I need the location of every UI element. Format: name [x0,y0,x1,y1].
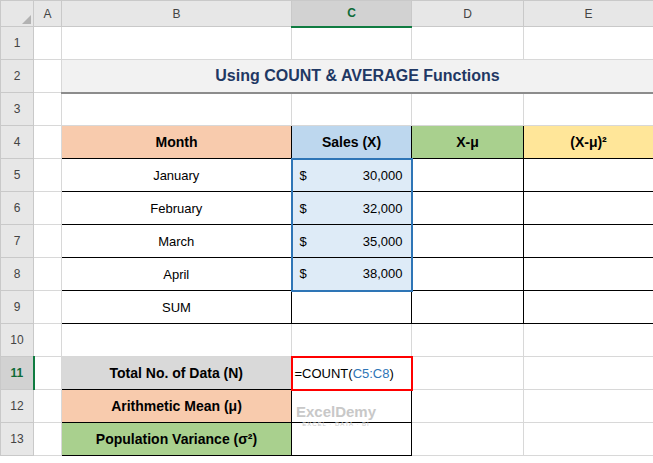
cell-b3[interactable] [62,93,292,126]
currency-symbol: $ [300,168,307,183]
column-header-a[interactable]: A [34,1,62,27]
cell-e12[interactable] [524,390,653,423]
row-header-5[interactable]: 5 [1,159,34,192]
cell-d5[interactable] [412,159,524,192]
row-header-8[interactable]: 8 [1,258,34,291]
accounting-value: $ 32,000 [293,201,411,216]
currency-symbol: $ [300,266,307,281]
month-cell[interactable]: January [62,159,292,192]
cell-a11[interactable] [34,357,62,390]
active-formula-cell[interactable]: =COUNT(C5:C8) [292,357,412,390]
formula-prefix: =COUNT( [295,366,353,381]
cell-d1[interactable] [412,27,524,60]
cell-b1[interactable] [62,27,292,60]
variance-label[interactable]: Population Variance (σ²) [62,423,292,456]
cell-a9[interactable] [34,291,62,324]
sales-cell[interactable]: $ 30,000 [292,159,412,192]
currency-symbol: $ [300,201,307,216]
cell-a8[interactable] [34,258,62,291]
sales-value: 38,000 [363,266,403,281]
cell-e3[interactable] [524,93,653,126]
count-label[interactable]: Total No. of Data (N) [62,357,292,390]
month-cell[interactable]: April [62,258,292,291]
cell-d9[interactable] [412,291,524,324]
table-header-x-minus-mu-squared[interactable]: (X-μ)² [524,126,653,159]
row-header-6[interactable]: 6 [1,192,34,225]
column-header-e[interactable]: E [524,1,653,27]
row-header-1[interactable]: 1 [1,27,34,60]
cell-c12[interactable] [292,390,412,423]
cell-a4[interactable] [34,126,62,159]
row-header-7[interactable]: 7 [1,225,34,258]
sales-cell[interactable]: $ 38,000 [292,258,412,291]
cell-c13[interactable] [292,423,412,456]
cell-a12[interactable] [34,390,62,423]
sales-value: 35,000 [363,234,403,249]
sales-value: 32,000 [363,201,403,216]
cell-a1[interactable] [34,27,62,60]
cell-d11[interactable] [412,357,524,390]
column-header-b[interactable]: B [62,1,292,27]
accounting-value: $ 35,000 [293,234,411,249]
cell-e9[interactable] [524,291,653,324]
row-header-12[interactable]: 12 [1,390,34,423]
cell-d12[interactable] [412,390,524,423]
column-header-d[interactable]: D [412,1,524,27]
row-header-2[interactable]: 2 [1,60,34,93]
cell-e5[interactable] [524,159,653,192]
worksheet-title[interactable]: Using COUNT & AVERAGE Functions [62,60,653,93]
cell-d3[interactable] [412,93,524,126]
cell-d13[interactable] [412,423,524,456]
cell-e6[interactable] [524,192,653,225]
cell-e13[interactable] [524,423,653,456]
cell-a6[interactable] [34,192,62,225]
table-header-sales[interactable]: Sales (X) [292,126,412,159]
cell-e11[interactable] [524,357,653,390]
cell-e10[interactable] [524,324,653,357]
table-header-x-minus-mu[interactable]: X-μ [412,126,524,159]
sales-cell[interactable]: $ 35,000 [292,225,412,258]
column-header-c[interactable]: C [292,1,412,27]
sales-cell[interactable]: $ 32,000 [292,192,412,225]
cell-c9[interactable] [292,291,412,324]
cell-e7[interactable] [524,225,653,258]
cell-a13[interactable] [34,423,62,456]
cell-c3[interactable] [292,93,412,126]
spreadsheet: A B C D E 1 2 Using COUNT & AVERAGE Func… [0,0,653,463]
formula-range-ref: C5:C8 [353,366,390,381]
cell-d8[interactable] [412,258,524,291]
cell-d10[interactable] [412,324,524,357]
row-header-4[interactable]: 4 [1,126,34,159]
row-header-13[interactable]: 13 [1,423,34,456]
accounting-value: $ 30,000 [293,168,411,183]
cell-a2[interactable] [34,60,62,93]
row-header-3[interactable]: 3 [1,93,34,126]
cell-a10[interactable] [34,324,62,357]
cell-a7[interactable] [34,225,62,258]
cell-d7[interactable] [412,225,524,258]
cell-c1[interactable] [292,27,412,60]
currency-symbol: $ [300,234,307,249]
month-cell[interactable]: March [62,225,292,258]
cell-e1[interactable] [524,27,653,60]
mean-label[interactable]: Arithmetic Mean (μ) [62,390,292,423]
row-header-10[interactable]: 10 [1,324,34,357]
cell-c10[interactable] [292,324,412,357]
accounting-value: $ 38,000 [293,266,411,281]
row-header-11[interactable]: 11 [1,357,34,390]
cell-a3[interactable] [34,93,62,126]
row-header-9[interactable]: 9 [1,291,34,324]
month-cell[interactable]: February [62,192,292,225]
cell-b10[interactable] [62,324,292,357]
cell-a5[interactable] [34,159,62,192]
select-all-corner[interactable] [1,1,34,27]
formula-suffix: ) [390,366,394,381]
table-header-month[interactable]: Month [62,126,292,159]
sum-row-label[interactable]: SUM [62,291,292,324]
cell-d6[interactable] [412,192,524,225]
worksheet-grid: A B C D E 1 2 Using COUNT & AVERAGE Func… [0,0,653,456]
sales-value: 30,000 [363,168,403,183]
cell-e8[interactable] [524,258,653,291]
